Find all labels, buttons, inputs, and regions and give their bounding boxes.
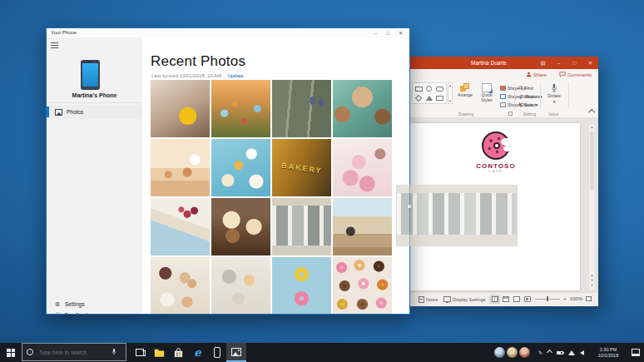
- rounded-rectangle-shape-icon[interactable]: [436, 87, 443, 92]
- contoso-logo: CONTOSO CAFÉ: [475, 131, 517, 173]
- select-button[interactable]: Select▾: [518, 101, 537, 108]
- notes-button[interactable]: Notes: [419, 296, 438, 303]
- microsoft-store-button[interactable]: [169, 343, 188, 362]
- photo-beach-family[interactable]: [151, 139, 210, 196]
- photo-cafe-storefront[interactable]: [272, 198, 331, 255]
- your-phone-main: Recent Photos Last synced 10/01/2018, 10…: [142, 37, 409, 314]
- photo-two-donuts[interactable]: [272, 257, 331, 315]
- scroll-up-icon[interactable]: ▲: [589, 124, 595, 131]
- shapes-gallery[interactable]: [412, 82, 447, 104]
- selected-accent-bar: [47, 107, 49, 117]
- zoom-slider[interactable]: [535, 299, 560, 300]
- network-icon[interactable]: [568, 350, 575, 355]
- arrange-button[interactable]: Arrange: [455, 83, 475, 98]
- start-button[interactable]: [0, 343, 22, 362]
- callout-shape-icon[interactable]: [436, 96, 443, 101]
- pen-icon[interactable]: ✎: [538, 350, 542, 355]
- diamond-shape-icon[interactable]: [415, 95, 422, 102]
- microphone-icon[interactable]: [111, 348, 117, 356]
- dictate-button[interactable]: Dictate ▾: [543, 83, 565, 104]
- taskbar-search[interactable]: [22, 343, 126, 361]
- zoom-out-icon[interactable]: –: [529, 296, 532, 301]
- shapes-gallery-scroll[interactable]: ▲▼: [448, 82, 453, 104]
- quick-styles-button[interactable]: Quick Styles: [477, 83, 497, 102]
- fit-slide-to-window-icon[interactable]: [586, 296, 592, 301]
- active-photos-app-button[interactable]: [226, 343, 246, 362]
- photo-caramel-cupcakes[interactable]: [211, 198, 270, 255]
- sidebar-item-settings[interactable]: ⚙ Settings: [47, 299, 142, 310]
- photo-eggs-berries[interactable]: [151, 257, 210, 315]
- slide-sorter-view-button[interactable]: [500, 295, 511, 304]
- dragged-photo-ghost[interactable]: [396, 185, 518, 246]
- maximize-icon[interactable]: □: [382, 28, 394, 37]
- slide-scrollbar[interactable]: ▲ ▲▼▼: [588, 123, 596, 290]
- hamburger-menu-icon[interactable]: [51, 42, 58, 48]
- share-button[interactable]: Share: [526, 71, 547, 78]
- powerpoint-status-bar: Notes Display Settings – + 100%: [410, 292, 598, 306]
- slide-nav-icons[interactable]: ▲▼▼: [589, 273, 595, 290]
- task-view-icon: [136, 349, 144, 356]
- your-phone-taskbar-button[interactable]: [207, 343, 226, 362]
- maximize-icon[interactable]: □: [567, 57, 582, 69]
- action-center-icon: [632, 349, 640, 356]
- photo-bakery-interior[interactable]: [333, 198, 392, 255]
- rectangle-shape-icon[interactable]: [415, 87, 423, 92]
- ribbon-display-options-icon[interactable]: ▤: [535, 57, 551, 69]
- powerpoint-titlebar[interactable]: Martina Duarte ▤ – □ ✕: [410, 57, 598, 69]
- people-avatar[interactable]: [519, 347, 530, 358]
- people-avatar[interactable]: [507, 347, 518, 358]
- comments-bubble-icon: [559, 72, 566, 77]
- reading-view-button[interactable]: [511, 295, 522, 304]
- photo-flower-field[interactable]: [211, 80, 270, 137]
- photo-bakery-sign[interactable]: BAKERY: [272, 139, 331, 196]
- photo-baking-table[interactable]: [211, 139, 270, 196]
- photo-dog-with-ball[interactable]: [151, 80, 210, 137]
- drawing-dialog-launcher-icon[interactable]: [508, 112, 513, 116]
- edge-browser-button[interactable]: e: [188, 343, 207, 362]
- photo-cheesecake[interactable]: [151, 198, 210, 255]
- photo-baking-tools[interactable]: [211, 257, 270, 315]
- zoom-level[interactable]: 100%: [570, 296, 582, 301]
- device-name: Martina's Phone: [47, 92, 142, 98]
- last-synced-text: Last synced 10/01/2018, 10 AM · Update: [151, 73, 244, 78]
- zoom-slider-thumb[interactable]: [547, 296, 548, 301]
- photo-family-selfie[interactable]: [333, 80, 392, 137]
- shape-fill-icon: [500, 86, 506, 91]
- taskbar-clock[interactable]: 2:30 PM 10/1/2018: [591, 343, 626, 362]
- normal-view-button[interactable]: [489, 295, 500, 304]
- display-settings-button[interactable]: Display Settings: [443, 296, 485, 302]
- clock-time: 2:30 PM: [600, 347, 617, 353]
- close-icon[interactable]: ✕: [582, 57, 598, 69]
- action-center-button[interactable]: [627, 343, 644, 362]
- quick-styles-icon: [482, 83, 492, 92]
- find-button[interactable]: Find: [518, 84, 533, 92]
- triangle-shape-icon[interactable]: [426, 96, 433, 101]
- windows-desktop: Martina Duarte ▤ – □ ✕ Share Comments: [0, 0, 644, 362]
- photos-icon: [55, 109, 62, 116]
- minimize-icon[interactable]: –: [551, 57, 567, 69]
- photo-feet-on-path[interactable]: [272, 80, 331, 137]
- sidebar-item-feedback[interactable]: ☺ Feedback: [47, 310, 142, 315]
- windows-logo-icon: [7, 349, 15, 357]
- close-icon[interactable]: ✕: [394, 28, 407, 37]
- search-input[interactable]: [37, 349, 111, 356]
- replace-icon: [518, 94, 523, 99]
- sidebar-item-photos[interactable]: Photos: [47, 105, 142, 119]
- collapse-ribbon-icon[interactable]: [588, 109, 595, 116]
- photo-donut-assortment[interactable]: [333, 257, 392, 315]
- minimize-icon[interactable]: –: [369, 28, 382, 37]
- volume-icon[interactable]: [580, 350, 584, 355]
- scrollbar-thumb[interactable]: [590, 131, 594, 190]
- find-icon: [518, 86, 523, 91]
- ellipse-shape-icon[interactable]: [426, 86, 432, 92]
- battery-icon[interactable]: [557, 351, 563, 355]
- replace-button[interactable]: Replace▾: [518, 92, 542, 100]
- comments-button[interactable]: Comments: [559, 71, 592, 78]
- photo-pink-marshmallows[interactable]: [333, 139, 392, 196]
- update-link[interactable]: Update: [227, 73, 243, 78]
- zoom-in-icon[interactable]: +: [563, 296, 567, 301]
- file-explorer-button[interactable]: [150, 343, 169, 362]
- people-avatar[interactable]: [494, 347, 505, 358]
- show-hidden-icons-chevron[interactable]: [547, 350, 552, 355]
- task-view-button[interactable]: [130, 343, 149, 362]
